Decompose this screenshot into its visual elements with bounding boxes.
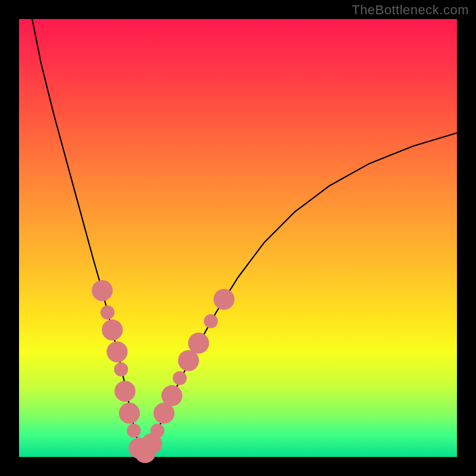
watermark-text: TheBottleneck.com (352, 2, 469, 18)
highlighted-point (178, 350, 199, 371)
highlighted-point (127, 424, 141, 438)
highlighted-point (119, 403, 140, 424)
highlighted-point (101, 305, 115, 320)
chart-frame: TheBottleneck.com (0, 0, 476, 476)
plot-overlay (19, 19, 457, 457)
highlighted-point (173, 371, 187, 386)
highlighted-points-layer (92, 280, 234, 464)
highlighted-point (188, 333, 209, 353)
highlighted-point (151, 424, 165, 438)
highlighted-point (102, 320, 123, 340)
highlighted-point (114, 362, 129, 377)
highlighted-point (107, 342, 127, 362)
bottleneck-curve (32, 19, 457, 453)
highlighted-point (161, 385, 182, 406)
highlighted-point (114, 381, 135, 402)
highlighted-point (204, 314, 218, 328)
highlighted-point (92, 280, 112, 301)
highlighted-point (214, 289, 234, 309)
